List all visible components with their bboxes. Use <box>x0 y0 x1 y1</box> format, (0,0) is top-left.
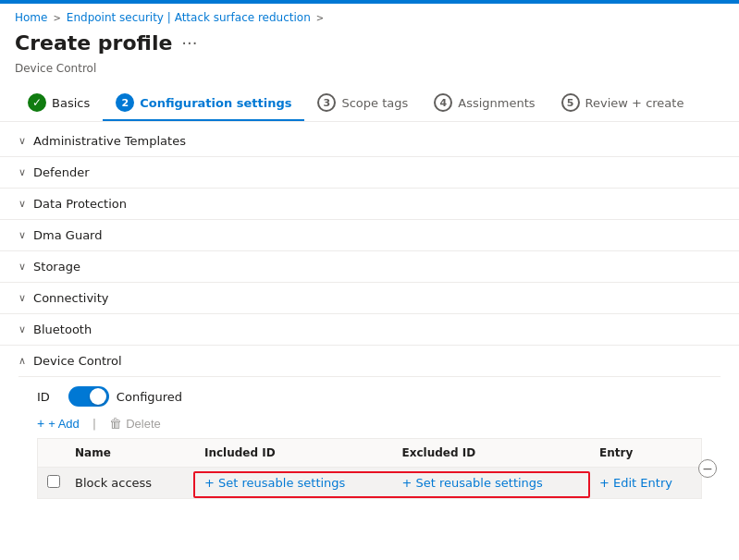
section-bluetooth[interactable]: ∨ Bluetooth <box>0 314 739 346</box>
content-area: ∨ Administrative Templates ∨ Defender ∨ … <box>0 122 739 512</box>
section-storage[interactable]: ∨ Storage <box>0 251 739 283</box>
tab-scope[interactable]: 3 Scope tags <box>304 86 421 121</box>
row-excluded-id-cell: + Set reusable settings <box>393 469 591 497</box>
separator: | <box>92 417 96 431</box>
tab-config-circle: 2 <box>116 93 134 112</box>
table-row: Block access + Set reusable settings + S… <box>38 468 701 498</box>
outer-table: Name Included ID Excluded ID Entry Block… <box>37 438 702 499</box>
dc-header[interactable]: ∧ Device Control <box>18 346 721 377</box>
dc-id-row: ID Configured <box>37 386 702 407</box>
remove-section-button[interactable]: − <box>698 459 717 478</box>
th-checkbox <box>38 439 66 467</box>
th-included-id: Included ID <box>195 439 393 467</box>
breadcrumb-home[interactable]: Home <box>15 11 47 24</box>
tab-basics-label: Basics <box>52 96 90 110</box>
wizard-tabs: ✓ Basics 2 Configuration settings 3 Scop… <box>0 82 739 122</box>
dc-section-label: Device Control <box>33 354 122 368</box>
section-label: Connectivity <box>33 291 108 305</box>
set-excluded-reusable-link[interactable]: + Set reusable settings <box>402 476 543 490</box>
breadcrumb-sep2: > <box>316 13 324 23</box>
tab-review[interactable]: 5 Review + create <box>548 86 697 121</box>
dc-id-label: ID <box>37 390 50 404</box>
breadcrumb-sep1: > <box>53 13 60 23</box>
configured-toggle[interactable] <box>68 386 109 407</box>
tab-assignments-label: Assignments <box>458 96 535 110</box>
toggle-knob <box>90 388 106 405</box>
row-checkbox-cell <box>38 468 66 498</box>
add-button-label: + Add <box>48 417 80 431</box>
tab-config-label: Configuration settings <box>140 96 291 110</box>
section-defender[interactable]: ∨ Defender <box>0 157 739 189</box>
delete-button[interactable]: 🗑 Delete <box>109 416 161 431</box>
chevron-icon: ∨ <box>18 292 26 304</box>
tab-basics-circle: ✓ <box>28 93 46 112</box>
breadcrumb: Home > Endpoint security | Attack surfac… <box>0 4 739 28</box>
dc-body: ID Configured + + Add | 🗑 Delete <box>18 377 721 508</box>
add-icon: + <box>37 416 44 431</box>
tab-review-circle: 5 <box>561 93 580 112</box>
section-label: Storage <box>33 260 80 274</box>
section-label: Bluetooth <box>33 323 92 336</box>
delete-icon: 🗑 <box>109 416 122 431</box>
chevron-icon: ∨ <box>18 166 26 178</box>
row-name-cell: Block access <box>66 469 195 497</box>
action-bar: + + Add | 🗑 Delete <box>37 416 702 431</box>
th-name: Name <box>66 439 195 467</box>
section-label: Data Protection <box>33 197 127 211</box>
section-admin-templates[interactable]: ∨ Administrative Templates <box>0 126 739 157</box>
delete-button-label: Delete <box>126 417 161 431</box>
device-control-section: ∧ Device Control ID Configured + + Add | <box>0 346 739 508</box>
tab-review-label: Review + create <box>585 96 684 110</box>
tab-assignments[interactable]: 4 Assignments <box>421 86 548 121</box>
chevron-icon: ∨ <box>18 261 26 273</box>
set-included-reusable-link[interactable]: + Set reusable settings <box>204 476 345 490</box>
table-header: Name Included ID Excluded ID Entry <box>38 439 701 468</box>
tab-config[interactable]: 2 Configuration settings <box>103 86 304 121</box>
section-connectivity[interactable]: ∨ Connectivity <box>0 283 739 314</box>
section-label: Administrative Templates <box>33 134 186 148</box>
chevron-icon: ∨ <box>18 135 26 147</box>
toggle-wrap: Configured <box>68 386 182 407</box>
th-excluded-id: Excluded ID <box>393 439 591 467</box>
page-header: Create profile ··· <box>0 28 739 62</box>
expand-chevron-icon: ∧ <box>18 355 26 367</box>
section-label: Defender <box>33 165 89 179</box>
table-wrap: Name Included ID Excluded ID Entry Block… <box>37 438 702 499</box>
chevron-icon: ∨ <box>18 229 26 241</box>
chevron-icon: ∨ <box>18 198 26 210</box>
chevron-icon: ∨ <box>18 323 26 335</box>
add-button[interactable]: + + Add <box>37 416 80 431</box>
row-entry-cell: + Edit Entry <box>590 469 701 497</box>
tab-scope-circle: 3 <box>317 93 336 112</box>
tab-assignments-circle: 4 <box>434 93 452 112</box>
more-button[interactable]: ··· <box>181 33 197 53</box>
page-title: Create profile <box>15 31 172 55</box>
page-subtitle: Device Control <box>0 62 739 82</box>
section-dma-guard[interactable]: ∨ Dma Guard <box>0 220 739 251</box>
row-included-id-cell: + Set reusable settings <box>195 469 393 497</box>
tab-scope-label: Scope tags <box>341 96 408 110</box>
row-checkbox[interactable] <box>47 475 60 488</box>
toggle-label: Configured <box>117 390 182 404</box>
tab-basics[interactable]: ✓ Basics <box>15 86 103 121</box>
th-entry: Entry <box>590 439 701 467</box>
section-label: Dma Guard <box>33 228 102 242</box>
breadcrumb-section[interactable]: Endpoint security | Attack surface reduc… <box>67 11 311 24</box>
section-data-protection[interactable]: ∨ Data Protection <box>0 189 739 220</box>
edit-entry-link[interactable]: + Edit Entry <box>599 476 672 490</box>
